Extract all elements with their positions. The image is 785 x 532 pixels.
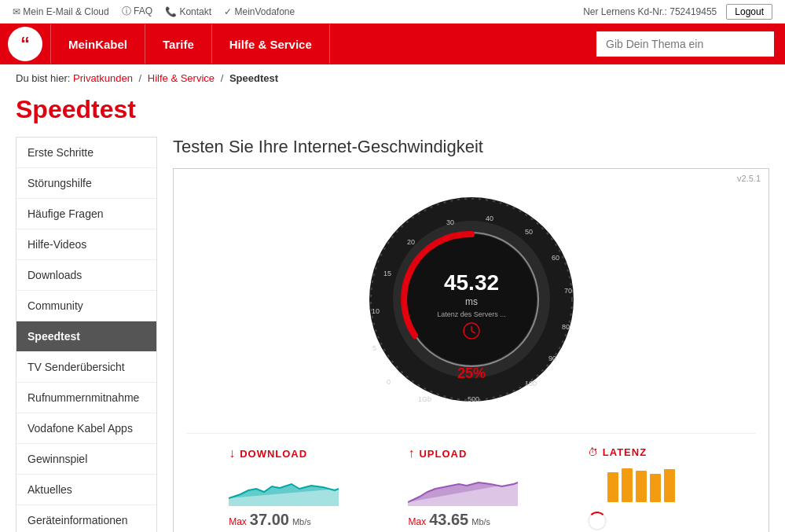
- svg-text:90: 90: [548, 354, 556, 362]
- topbar-meinvf-link[interactable]: ✓ MeinVodafone: [224, 6, 295, 17]
- topbar-faq-link[interactable]: ⓘ FAQ: [122, 5, 152, 18]
- nav-hilfe[interactable]: Hilfe & Service: [212, 24, 330, 64]
- svg-text:50: 50: [525, 228, 533, 236]
- sidebar-item-aktuelles[interactable]: Aktuelles: [17, 475, 156, 505]
- sidebar-item-hilfe-videos[interactable]: Hilfe-Videos: [17, 229, 156, 260]
- speedtest-widget: v2.5.1: [173, 168, 769, 532]
- sidebar-item-community[interactable]: Community: [17, 291, 156, 321]
- svg-text:10: 10: [372, 307, 380, 315]
- sidebar-item-geraete[interactable]: Geräteinformationen: [17, 505, 156, 532]
- sidebar-item-downloads[interactable]: Downloads: [17, 260, 156, 291]
- upload-max-row: Max 43.65 Mb/s: [408, 511, 490, 529]
- download-graph: [229, 467, 339, 506]
- download-max-value: 37.00: [250, 511, 289, 529]
- nav-links: MeinKabel Tarife Hilfe & Service: [50, 24, 585, 64]
- breadcrumb: Du bist hier: Privatkunden / Hilfe & Ser…: [0, 64, 785, 92]
- vodafone-logo: “: [8, 27, 42, 61]
- svg-text:15: 15: [383, 270, 391, 277]
- upload-icon: ↑: [408, 446, 414, 460]
- sidebar: Erste Schritte Störungshilfe Häufige Fra…: [16, 137, 157, 532]
- breadcrumb-current: Speedtest: [229, 72, 278, 84]
- search-input[interactable]: [595, 30, 776, 58]
- top-bar-links: ✉ Mein E-Mail & Cloud ⓘ FAQ 📞 Kontakt ✓ …: [13, 5, 295, 18]
- svg-text:70: 70: [564, 287, 572, 295]
- gauge-area: 0 5 10 15 20 30 40: [186, 182, 756, 417]
- sidebar-item-tv[interactable]: TV Senderübersicht: [17, 352, 156, 383]
- upload-max-value: 43.65: [429, 511, 468, 529]
- upload-graph: [408, 467, 518, 506]
- main-content: Testen Sie Ihre Internet-Geschwindigkeit…: [173, 137, 769, 532]
- svg-text:60: 60: [552, 254, 559, 262]
- latenz-label: LATENZ: [603, 446, 647, 458]
- logout-button[interactable]: Logout: [726, 4, 772, 20]
- latenz-graph: [588, 464, 698, 504]
- breadcrumb-privatkunden[interactable]: Privatkunden: [73, 72, 133, 84]
- svg-text:ms: ms: [465, 296, 478, 307]
- latenz-header: ⏱ LATENZ: [588, 446, 647, 458]
- latenz-icon: ⏱: [588, 446, 598, 458]
- latenz-stat: ⏱ LATENZ: [588, 446, 713, 530]
- upload-max-unit: Mb/s: [471, 517, 490, 526]
- stats-row: ↓ DOWNLOAD Max 37.00 Mb/s: [186, 433, 756, 532]
- svg-text:25%: 25%: [457, 365, 485, 381]
- download-header: ↓ DOWNLOAD: [229, 446, 307, 460]
- sidebar-item-haeufige-fragen[interactable]: Häufige Fragen: [17, 199, 156, 229]
- svg-text:500: 500: [468, 395, 479, 403]
- sidebar-item-speedtest[interactable]: Speedtest: [17, 321, 156, 352]
- sidebar-item-kabel-apps[interactable]: Vodafone Kabel Apps: [17, 413, 156, 444]
- gauge-container: 0 5 10 15 20 30 40: [354, 182, 589, 417]
- topbar-mail-link[interactable]: ✉ Mein E-Mail & Cloud: [13, 6, 109, 17]
- breadcrumb-prefix: Du bist hier:: [16, 72, 70, 84]
- page-title: Speedtest: [0, 92, 785, 137]
- download-icon: ↓: [229, 446, 235, 460]
- svg-text:1Gb: 1Gb: [418, 395, 431, 403]
- svg-text:Latenz des Servers ...: Latenz des Servers ...: [437, 310, 506, 318]
- svg-rect-29: [636, 471, 647, 502]
- upload-max-label: Max: [408, 516, 426, 527]
- breadcrumb-sep2: /: [221, 72, 224, 84]
- breadcrumb-sep1: /: [139, 72, 142, 84]
- vf-quote-mark: “: [20, 35, 30, 53]
- svg-text:100: 100: [525, 380, 537, 387]
- upload-values: Max 43.65 Mb/s ø 40.64 Mb/s: [408, 511, 490, 532]
- gauge-svg: 0 5 10 15 20 30 40: [354, 182, 589, 417]
- svg-text:45.32: 45.32: [443, 270, 498, 295]
- latenz-spinner: [588, 512, 607, 530]
- upload-header: ↑ UPLOAD: [408, 446, 467, 460]
- svg-rect-27: [607, 472, 618, 502]
- sidebar-item-rufnummer[interactable]: Rufnummernmitnahme: [17, 383, 156, 413]
- svg-rect-30: [650, 474, 661, 502]
- svg-text:20: 20: [407, 238, 415, 246]
- sidebar-item-gewinnspiel[interactable]: Gewinnspiel: [17, 444, 156, 475]
- upload-label: UPLOAD: [419, 448, 467, 460]
- nav-tarife[interactable]: Tarife: [145, 24, 212, 64]
- svg-text:5: 5: [372, 344, 376, 352]
- svg-text:40: 40: [486, 215, 493, 222]
- breadcrumb-hilfe[interactable]: Hilfe & Service: [148, 72, 215, 84]
- svg-text:0: 0: [387, 378, 391, 386]
- svg-text:30: 30: [446, 218, 454, 226]
- nav-search-area: [585, 24, 785, 64]
- top-bar-right: Ner Lernens Kd-Nr.: 752419455 Logout: [583, 4, 772, 20]
- download-label: DOWNLOAD: [240, 448, 307, 460]
- svg-rect-28: [622, 468, 633, 502]
- upload-stat: ↑ UPLOAD Max 43.65 Mb/s: [408, 446, 534, 532]
- download-max-unit: Mb/s: [292, 517, 311, 526]
- nav-meinkabel[interactable]: MeinKabel: [50, 24, 145, 64]
- topbar-contact-link[interactable]: 📞 Kontakt: [165, 6, 211, 17]
- svg-text:80: 80: [562, 323, 570, 331]
- nav-bar: “ MeinKabel Tarife Hilfe & Service: [0, 24, 785, 64]
- download-max-row: Max 37.00 Mb/s: [229, 511, 311, 529]
- download-stat: ↓ DOWNLOAD Max 37.00 Mb/s: [229, 446, 354, 532]
- sidebar-item-erste-schritte[interactable]: Erste Schritte: [17, 138, 156, 168]
- main-heading: Testen Sie Ihre Internet-Geschwindigkeit: [173, 137, 769, 157]
- top-bar: ✉ Mein E-Mail & Cloud ⓘ FAQ 📞 Kontakt ✓ …: [0, 0, 785, 24]
- svg-rect-31: [664, 469, 675, 502]
- download-values: Max 37.00 Mb/s ø 34.34 Mb/s: [229, 511, 311, 532]
- user-id: Ner Lernens Kd-Nr.: 752419455: [583, 6, 717, 17]
- download-max-label: Max: [229, 516, 247, 527]
- sidebar-item-stoerungshilfe[interactable]: Störungshilfe: [17, 168, 156, 199]
- content-area: Erste Schritte Störungshilfe Häufige Fra…: [0, 137, 785, 532]
